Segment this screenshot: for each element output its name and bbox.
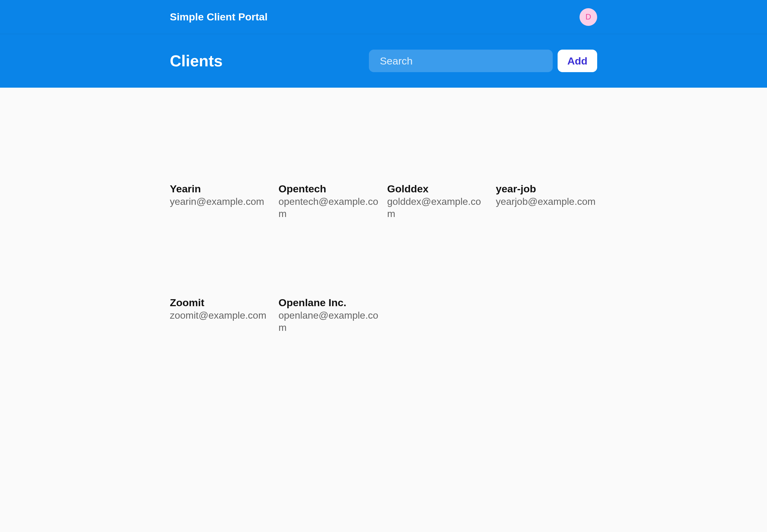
client-thumbnail bbox=[496, 121, 597, 177]
topbar-inner: Simple Client Portal D bbox=[165, 8, 602, 26]
search-input[interactable] bbox=[369, 50, 553, 72]
client-card[interactable]: Yearin yearin@example.com bbox=[170, 121, 271, 220]
page-header: Clients Add bbox=[0, 34, 767, 88]
avatar[interactable]: D bbox=[580, 8, 597, 26]
client-thumbnail bbox=[170, 234, 271, 291]
client-name: Openlane Inc. bbox=[278, 296, 380, 309]
search-add-group: Add bbox=[369, 50, 597, 72]
client-thumbnail bbox=[170, 121, 271, 177]
brand-title: Simple Client Portal bbox=[170, 11, 268, 23]
client-name: Opentech bbox=[278, 182, 380, 195]
clients-grid: Yearin yearin@example.com Opentech opent… bbox=[170, 88, 597, 334]
client-card[interactable]: Openlane Inc. openlane@example.com bbox=[278, 234, 380, 334]
page-header-inner: Clients Add bbox=[165, 50, 602, 72]
client-email: openlane@example.com bbox=[278, 309, 380, 334]
client-email: zoomit@example.com bbox=[170, 309, 271, 321]
client-name: year-job bbox=[496, 182, 597, 195]
client-card[interactable]: year-job yearjob@example.com bbox=[496, 121, 597, 220]
client-email: yearin@example.com bbox=[170, 195, 271, 208]
client-thumbnail bbox=[278, 234, 380, 291]
client-card[interactable]: Zoomit zoomit@example.com bbox=[170, 234, 271, 334]
add-button[interactable]: Add bbox=[558, 50, 597, 72]
client-thumbnail bbox=[387, 121, 489, 177]
client-card[interactable]: Opentech opentech@example.com bbox=[278, 121, 380, 220]
client-name: Golddex bbox=[387, 182, 489, 195]
client-thumbnail bbox=[278, 121, 380, 177]
client-email: yearjob@example.com bbox=[496, 195, 597, 208]
client-name: Zoomit bbox=[170, 296, 271, 309]
client-name: Yearin bbox=[170, 182, 271, 195]
client-card[interactable]: Golddex golddex@example.com bbox=[387, 121, 489, 220]
client-email: opentech@example.com bbox=[278, 195, 380, 220]
topbar: Simple Client Portal D bbox=[0, 0, 767, 34]
page-title: Clients bbox=[170, 52, 222, 70]
main-content: Yearin yearin@example.com Opentech opent… bbox=[165, 88, 602, 334]
client-email: golddex@example.com bbox=[387, 195, 489, 220]
